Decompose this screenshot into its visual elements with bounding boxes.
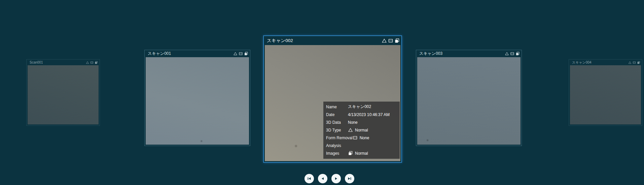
scan-card-scan001[interactable]: スキャン001 [144, 50, 250, 146]
info-row-3d-data: 3D Data None [323, 118, 400, 126]
info-value: Normal [355, 151, 368, 156]
images-icon [348, 151, 353, 156]
3d-type-triangle-icon [628, 61, 632, 64]
images-icon [515, 51, 520, 56]
images-icon [95, 61, 98, 64]
card-title-row: スキャン002 [265, 36, 400, 45]
card-status-icons [86, 61, 98, 64]
form-removal-icon [90, 61, 94, 64]
form-removal-icon [510, 51, 514, 56]
scan-thumbnail[interactable] [417, 57, 521, 145]
scan-card-scan002-selected[interactable]: スキャン002 Name スキャン002 Date 4/13/2023 10:4… [263, 36, 402, 162]
previous-icon [320, 176, 325, 181]
form-removal-icon [633, 61, 636, 64]
3d-type-triangle-icon [348, 127, 353, 133]
first-scan-button[interactable] [305, 174, 314, 183]
card-title-row: スキャン003 [417, 50, 521, 57]
carousel-nav [305, 174, 354, 183]
info-row-form-removal: Form Removal None [323, 134, 400, 142]
next-scan-button[interactable] [331, 174, 341, 183]
form-removal-icon [239, 51, 243, 56]
card-title: スキャン001 [148, 51, 171, 57]
3d-type-triangle-icon [505, 51, 509, 56]
scan-info-panel: Name スキャン002 Date 4/13/2023 10:46:37 AM … [323, 102, 400, 159]
3d-type-triangle-icon [382, 38, 387, 43]
3d-type-triangle-icon [233, 51, 238, 56]
card-status-icons [233, 51, 248, 56]
card-title: スキャン004 [572, 60, 592, 65]
card-title: スキャン003 [419, 51, 442, 57]
scan-card-scan001-en[interactable]: Scan001 [26, 59, 100, 126]
card-status-icons [628, 61, 640, 64]
info-value: None [360, 136, 369, 140]
images-icon [394, 38, 400, 43]
scan-thumbnail[interactable] [146, 57, 249, 145]
last-scan-button[interactable] [345, 174, 354, 183]
info-row-images: Images Normal [323, 149, 400, 157]
info-value: None [348, 120, 358, 125]
card-title-row: スキャン004 [570, 60, 641, 65]
scan-card-scan003[interactable]: スキャン003 [416, 50, 522, 146]
images-icon [244, 51, 248, 56]
info-label: Analysis [326, 143, 348, 148]
info-row-3d-type: 3D Type Normal [323, 126, 400, 134]
info-label: Form Removal [326, 136, 353, 140]
skip-to-last-icon [347, 176, 352, 181]
next-icon [333, 176, 339, 181]
card-status-icons [505, 51, 520, 56]
info-label: Name [326, 105, 348, 109]
previous-scan-button[interactable] [318, 174, 327, 183]
scan-thumbnail[interactable] [28, 65, 99, 124]
info-row-date: Date 4/13/2023 10:46:37 AM [323, 111, 400, 118]
info-label: 3D Data [326, 120, 348, 125]
3d-type-triangle-icon [86, 61, 89, 64]
card-title: Scan001 [30, 61, 43, 64]
form-removal-icon [388, 38, 393, 43]
info-value: Normal [355, 128, 368, 133]
info-label: 3D Type [326, 128, 348, 133]
skip-to-first-icon [307, 176, 312, 181]
card-status-icons [382, 38, 400, 43]
card-title-row: Scan001 [28, 60, 99, 65]
images-icon [637, 61, 640, 64]
card-title: スキャン002 [267, 38, 293, 44]
info-value: 4/13/2023 10:46:37 AM [348, 112, 390, 117]
info-label: Date [326, 112, 348, 117]
info-row-analysis: Analysis [323, 142, 400, 149]
info-label: Images [326, 151, 348, 156]
scan-card-scan004[interactable]: スキャン004 [569, 59, 642, 126]
scan-thumbnail[interactable] [570, 65, 641, 124]
info-value: スキャン002 [348, 104, 371, 110]
card-title-row: スキャン001 [146, 50, 249, 57]
info-row-name: Name スキャン002 [323, 103, 400, 111]
form-removal-icon [353, 135, 358, 140]
